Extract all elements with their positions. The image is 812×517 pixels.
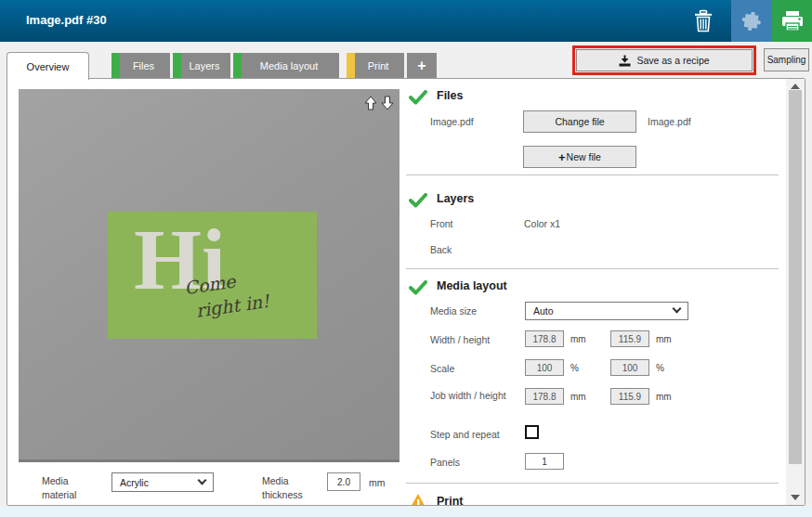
job-size-label: Job width / height [430, 388, 516, 404]
layers-section-title: Layers [437, 192, 474, 205]
save-as-recipe-button[interactable]: Save as a recipe [576, 49, 753, 71]
files-section-title: Files [437, 89, 464, 102]
step-and-repeat-checkbox[interactable] [525, 425, 539, 439]
tab-status-indicator [347, 53, 355, 78]
save-as-recipe-label: Save as a recipe [636, 55, 709, 66]
scroll-up-arrow-icon[interactable] [791, 84, 800, 89]
settings-panel: Files Image.pdf Change file Image.pdf + … [406, 79, 786, 505]
change-file-button[interactable]: Change file [523, 110, 636, 133]
media-thickness-input[interactable] [327, 472, 360, 491]
chevron-down-icon [198, 475, 207, 485]
tab-label: Print [362, 60, 389, 71]
tab-status-indicator [233, 53, 242, 78]
back-layer-label: Back [430, 244, 452, 255]
panels-label: Panels [430, 457, 460, 468]
media-layout-section-title: Media layout [437, 279, 507, 292]
tab-label: Overview [27, 61, 70, 72]
job-artwork-thumbnail: Hi Come right in! [108, 212, 317, 339]
front-layer-label: Front [430, 218, 453, 229]
move-down-button[interactable] [381, 96, 394, 114]
files-check-icon [409, 90, 427, 105]
printer-icon [780, 10, 805, 32]
job-width-unit: mm [570, 392, 586, 402]
save-recipe-highlight-annotation: Save as a recipe [572, 45, 756, 75]
sampling-button[interactable]: Sampling [764, 48, 809, 71]
tab-print[interactable]: Print [347, 53, 404, 78]
scroll-down-arrow-icon[interactable] [791, 495, 800, 500]
puzzle-icon [740, 9, 764, 33]
job-height-input [610, 388, 649, 405]
tab-files[interactable]: Files [111, 53, 170, 78]
tab-add-new[interactable]: + [407, 53, 437, 78]
media-width-input [525, 330, 564, 347]
scale-x-unit: % [570, 363, 579, 373]
tab-status-indicator [111, 53, 120, 78]
scale-y-input [610, 359, 649, 376]
width-height-label: Width / height [430, 334, 490, 345]
current-file-label: Image.pdf [430, 116, 474, 127]
settings-scrollbar[interactable] [786, 79, 805, 505]
media-material-select[interactable]: Acrylic [111, 472, 214, 492]
media-thickness-unit: mm [369, 477, 386, 488]
scrollbar-thumb[interactable] [789, 90, 802, 464]
job-height-unit: mm [656, 392, 672, 402]
media-layout-check-icon [409, 280, 427, 295]
media-height-input [610, 330, 649, 347]
arrow-up-icon [364, 96, 377, 110]
scale-x-input [525, 359, 564, 376]
app-window: Image.pdf #30 [0, 0, 812, 517]
delete-job-button[interactable] [686, 0, 721, 42]
window-bottom-edge [0, 507, 812, 517]
media-height-unit: mm [656, 334, 672, 344]
plugins-button[interactable] [731, 0, 772, 42]
media-size-label: Media size [430, 305, 477, 317]
move-up-button[interactable] [364, 96, 377, 114]
chevron-down-icon [673, 304, 682, 314]
tab-label: Media layout [255, 60, 318, 71]
media-material-value: Acrylic [120, 477, 149, 488]
new-file-button[interactable]: + New file [523, 146, 636, 168]
plus-icon: + [417, 58, 426, 74]
tab-layers[interactable]: Layers [173, 53, 230, 78]
media-width-unit: mm [570, 334, 586, 344]
scale-y-unit: % [656, 363, 664, 373]
step-and-repeat-label: Step and repeat [430, 429, 500, 440]
front-layer-value: Color x1 [524, 218, 560, 229]
title-bar: Image.pdf #30 [0, 0, 812, 42]
file-name-value: Image.pdf [648, 116, 691, 127]
print-button[interactable] [772, 0, 812, 42]
layers-check-icon [409, 193, 427, 208]
media-size-value: Auto [533, 305, 554, 317]
section-divider [406, 174, 779, 175]
save-download-icon [619, 55, 631, 67]
panels-input[interactable] [525, 453, 564, 470]
print-warning-icon [408, 493, 428, 505]
sampling-label: Sampling [767, 55, 806, 65]
tab-media-layout[interactable]: Media layout [233, 53, 339, 78]
job-width-input [525, 388, 564, 405]
tab-label: Layers [183, 60, 219, 71]
media-material-label: Media material [42, 474, 96, 502]
trash-icon [693, 9, 714, 33]
preview-canvas[interactable]: Hi Come right in! [19, 89, 399, 462]
media-size-select[interactable]: Auto [525, 302, 688, 320]
media-thickness-label: Media thickness [262, 474, 320, 502]
artwork-script-text: Come right in! [183, 265, 270, 324]
section-divider [406, 483, 779, 484]
scale-label: Scale [430, 363, 454, 374]
arrow-down-icon [381, 96, 394, 110]
tab-status-indicator [173, 53, 181, 78]
tab-label: Files [127, 60, 154, 71]
print-section-title: Print [437, 495, 463, 505]
plus-icon: + [558, 150, 566, 164]
tab-overview[interactable]: Overview [7, 52, 89, 80]
section-divider [406, 268, 779, 269]
job-title: Image.pdf #30 [26, 13, 107, 27]
